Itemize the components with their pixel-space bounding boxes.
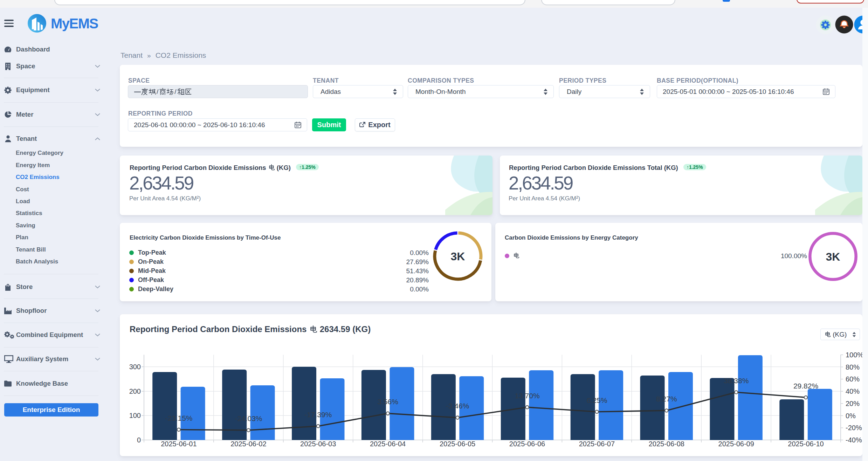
svg-text:2025-06-05: 2025-06-05 [440,440,475,448]
svg-text:29.82%: 29.82% [793,382,818,390]
svg-text:-40%: -40% [846,436,862,444]
svg-text:100: 100 [129,412,141,419]
svg-text:100%: 100% [846,351,863,359]
svg-text:6.25%: 6.25% [586,396,607,404]
svg-text:38.38%: 38.38% [724,377,749,385]
svg-text:0%: 0% [846,412,856,420]
svg-text:2025-06-01: 2025-06-01 [161,440,197,448]
svg-text:80%: 80% [846,363,860,371]
svg-text:2025-06-08: 2025-06-08 [649,440,684,448]
svg-text:200: 200 [129,387,141,395]
svg-text:2025-06-09: 2025-06-09 [718,440,754,448]
svg-text:-24.03%: -24.03% [235,414,262,422]
svg-text:2025-06-06: 2025-06-06 [509,440,545,448]
svg-text:2025-06-04: 2025-06-04 [370,440,406,448]
svg-text:60%: 60% [846,375,860,383]
svg-text:2025-06-10: 2025-06-10 [788,440,824,448]
svg-text:300: 300 [129,363,141,371]
svg-text:-3.46%: -3.46% [446,402,469,410]
svg-text:2025-06-03: 2025-06-03 [300,440,336,448]
svg-text:-17.39%: -17.39% [304,411,332,419]
svg-text:8.27%: 8.27% [656,395,677,403]
svg-text:2025-06-07: 2025-06-07 [579,440,615,448]
svg-text:40%: 40% [846,387,860,395]
svg-text:3.56%: 3.56% [377,398,398,406]
svg-text:0: 0 [137,436,141,444]
svg-text:13.70%: 13.70% [515,392,539,400]
svg-text:20%: 20% [846,400,860,407]
svg-text:2025-06-02: 2025-06-02 [230,440,266,448]
svg-text:-23.15%: -23.15% [165,414,192,422]
svg-text:-20%: -20% [846,424,862,432]
